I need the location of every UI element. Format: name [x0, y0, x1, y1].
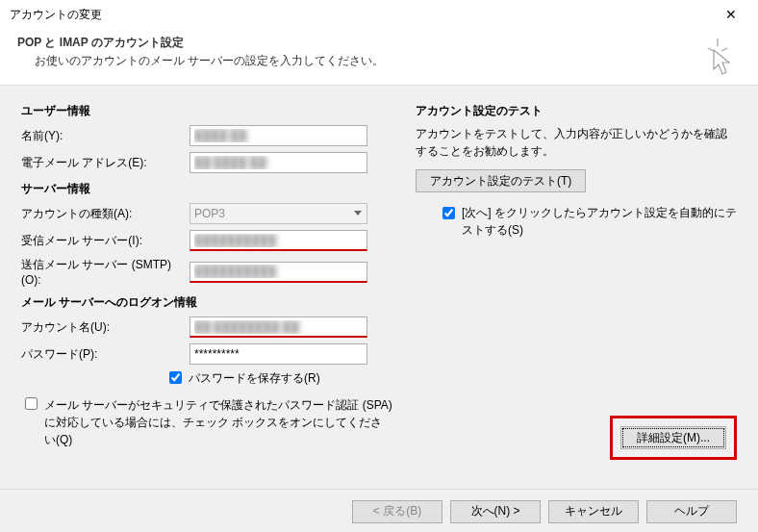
- dialog-content: ユーザー情報 名前(Y): 電子メール アドレス(E): サーバー情報 アカウン…: [0, 86, 758, 532]
- test-account-button[interactable]: アカウント設定のテスト(T): [416, 169, 586, 192]
- dialog-header: POP と IMAP のアカウント設定 お使いのアカウントのメール サーバーの設…: [0, 29, 758, 86]
- close-icon[interactable]: ✕: [712, 1, 750, 28]
- bottom-button-bar: < 戻る(B) 次へ(N) > キャンセル ヘルプ: [0, 489, 758, 532]
- save-password-checkbox[interactable]: [169, 371, 182, 384]
- left-column: ユーザー情報 名前(Y): 電子メール アドレス(E): サーバー情報 アカウン…: [21, 103, 396, 532]
- username-input[interactable]: [190, 317, 367, 338]
- email-label: 電子メール アドレス(E):: [21, 155, 190, 171]
- password-label: パスワード(P):: [21, 346, 190, 363]
- advanced-highlight: 詳細設定(M)...: [610, 416, 737, 460]
- outgoing-label: 送信メール サーバー (SMTP)(O):: [21, 257, 190, 287]
- next-button[interactable]: 次へ(N) >: [450, 500, 541, 523]
- cancel-button[interactable]: キャンセル: [548, 500, 639, 523]
- svg-line-2: [721, 48, 727, 51]
- auto-test-label: [次へ] をクリックしたらアカウント設定を自動的にテストする(S): [462, 204, 737, 239]
- header-subtitle: お使いのアカウントのメール サーバーの設定を入力してください。: [17, 53, 743, 69]
- password-input[interactable]: [190, 343, 367, 365]
- test-desc: アカウントをテストして、入力内容が正しいかどうかを確認することをお勧めします。: [416, 125, 737, 160]
- incoming-label: 受信メール サーバー(I):: [21, 233, 190, 249]
- auto-test-checkbox[interactable]: [442, 207, 455, 219]
- incoming-input[interactable]: [190, 230, 367, 251]
- logon-title: メール サーバーへのログオン情報: [21, 294, 396, 311]
- save-password-label: パスワードを保存する(R): [189, 370, 320, 387]
- name-label: 名前(Y):: [21, 128, 190, 144]
- help-button[interactable]: ヘルプ: [646, 500, 737, 523]
- header-title: POP と IMAP のアカウント設定: [17, 35, 743, 51]
- account-type-label: アカウントの種類(A):: [21, 206, 190, 222]
- user-info-title: ユーザー情報: [21, 103, 396, 119]
- cursor-icon: [704, 38, 737, 80]
- name-input[interactable]: [190, 125, 367, 146]
- window-title: アカウントの変更: [10, 7, 102, 23]
- spa-checkbox[interactable]: [25, 397, 38, 410]
- svg-line-1: [708, 48, 714, 51]
- advanced-settings-button[interactable]: 詳細設定(M)...: [620, 426, 726, 449]
- spa-label: メール サーバーがセキュリティで保護されたパスワード認証 (SPA) に対応して…: [44, 396, 392, 448]
- outgoing-input[interactable]: [190, 262, 367, 283]
- username-label: アカウント名(U):: [21, 319, 190, 336]
- server-info-title: サーバー情報: [21, 181, 396, 197]
- back-button: < 戻る(B): [352, 500, 442, 523]
- test-title: アカウント設定のテスト: [416, 103, 737, 119]
- title-bar: アカウントの変更 ✕: [0, 0, 758, 29]
- right-column: アカウント設定のテスト アカウントをテストして、入力内容が正しいかどうかを確認す…: [416, 103, 737, 532]
- email-input[interactable]: [190, 152, 367, 173]
- account-type-select: POP3: [190, 203, 367, 224]
